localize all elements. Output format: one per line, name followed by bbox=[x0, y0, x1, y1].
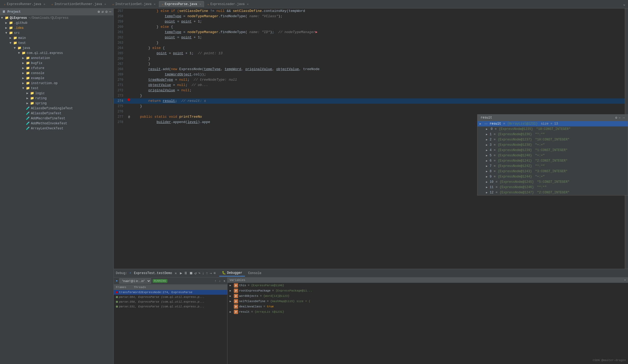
popup-expand-5[interactable]: ▶ bbox=[486, 154, 489, 157]
expand-github[interactable]: ▶ bbox=[5, 21, 9, 25]
tab-close-el[interactable]: ✕ bbox=[247, 3, 249, 6]
debug-tab-debugger[interactable]: 🐛 Debugger bbox=[219, 270, 245, 276]
debug-step-into-icon[interactable]: ↓ bbox=[202, 271, 204, 275]
expand-rating[interactable]: ▶ bbox=[26, 96, 30, 100]
var-expand-root[interactable]: ▶ bbox=[230, 289, 233, 292]
expand-bugfix[interactable]: ▶ bbox=[22, 61, 26, 65]
variables-add-icon[interactable]: + bbox=[624, 279, 626, 282]
popup-item-result[interactable]: ▶ ○○ result = {ArrayList@1231} size = 13 bbox=[477, 121, 628, 126]
thread-down-icon[interactable]: ↓ bbox=[219, 279, 221, 283]
popup-item-11[interactable]: ▶ 11 = {ExpressNode@1246} "*:*" bbox=[477, 185, 628, 190]
popup-expand-4[interactable]: ▶ bbox=[486, 149, 489, 152]
tab-instruction-set-runner[interactable]: ☕ InstructionSetRunner.java ✕ bbox=[49, 1, 109, 7]
tree-item-github[interactable]: ▶ 📁 .github bbox=[0, 20, 113, 25]
tree-item-logic[interactable]: ▶ 📁 logic bbox=[0, 91, 113, 96]
tree-item-cfuture[interactable]: ▶ 📁 cfuture bbox=[0, 66, 113, 71]
expand-example[interactable]: ▶ bbox=[22, 76, 26, 80]
expand-test[interactable]: ▼ bbox=[10, 41, 13, 45]
gear-icon[interactable]: ⚙ bbox=[105, 10, 107, 14]
expand-test2[interactable]: ▼ bbox=[22, 87, 26, 90]
debug-rerun-icon[interactable]: ↺ bbox=[194, 271, 197, 275]
minimize-icon[interactable]: — bbox=[109, 10, 111, 14]
popup-item-5[interactable]: ▶ 5 = {ExpressNode@1240} "+:+" bbox=[477, 153, 628, 158]
frame-item-1[interactable]: transferWord2ExpressNode:274, ExpressPar… bbox=[114, 290, 227, 295]
var-expand-result[interactable]: ▶ bbox=[230, 310, 233, 313]
tab-express-loader[interactable]: ☕ ExpressLoader.java ✕ bbox=[204, 1, 252, 7]
popup-expand-10[interactable]: ▶ bbox=[486, 180, 489, 184]
tab-close-ep[interactable]: ✕ bbox=[199, 3, 201, 6]
tab-close-express-runner[interactable]: ✕ bbox=[44, 3, 45, 6]
var-item-selfClassDefine[interactable]: ▶ p selfClassDefine = {HashMap@1115} siz… bbox=[227, 299, 628, 304]
popup-item-10[interactable]: ▶ 10 = {ExpressNode@1245} "5:CONST_INTEG… bbox=[477, 179, 628, 185]
var-expand-words[interactable]: ▶ bbox=[230, 294, 233, 298]
tree-item-AClassDefineSingleTest[interactable]: ▶ 🧪 AClassDefineSingleTest bbox=[0, 106, 113, 111]
tree-item-idea[interactable]: ▶ 📁 .idea bbox=[0, 25, 113, 30]
popup-expand-8[interactable]: ▶ bbox=[486, 170, 489, 173]
expand-com[interactable]: ▼ bbox=[18, 51, 22, 55]
popup-item-1[interactable]: ▶ 1 = {ExpressNode@1236} "*:*" bbox=[477, 132, 628, 137]
tab-instruction-set[interactable]: ☕ InstructionSet.java ✕ bbox=[110, 1, 158, 7]
var-item-dealJavaClass[interactable]: ▶ p dealJavaClass = true bbox=[227, 304, 628, 309]
tree-item-test2[interactable]: ▼ 📁 test bbox=[0, 86, 113, 91]
popup-item-8[interactable]: ▶ 8 = {ExpressNode@1243} "3:CONST_INTEGE… bbox=[477, 169, 628, 174]
tree-item-spring[interactable]: ▶ 📁 spring bbox=[0, 101, 113, 106]
var-item-this[interactable]: ▶ p this = {ExpressParse@1106} bbox=[227, 283, 628, 288]
frame-item-2[interactable]: parse:364, ExpressParse (com.ql.util.exp… bbox=[114, 295, 227, 299]
tab-express-runner[interactable]: ☕ ExpressRunner.java ✕ bbox=[1, 1, 48, 7]
var-expand-self[interactable]: ▶ bbox=[230, 300, 233, 303]
popup-expand-9[interactable]: ▶ bbox=[486, 175, 489, 178]
equalizer-icon[interactable]: ⇌ bbox=[102, 10, 104, 14]
tree-item-rating[interactable]: ▶ 📁 rating bbox=[0, 96, 113, 101]
expand-main[interactable]: ▶ bbox=[10, 36, 13, 40]
tree-item-bugfix[interactable]: ▶ 📁 bugfix bbox=[0, 61, 113, 66]
debug-run-cursor-icon[interactable]: ⇢ bbox=[210, 271, 212, 275]
popup-expand-0[interactable]: ▶ bbox=[486, 128, 489, 131]
tab-close-is[interactable]: ✕ bbox=[154, 3, 156, 6]
debug-step-out-icon[interactable]: ↑ bbox=[206, 271, 208, 275]
var-item-root[interactable]: ▶ p rootExpressPackage = {ExpressPackage… bbox=[227, 288, 628, 293]
popup-expand-6[interactable]: ▶ bbox=[486, 159, 489, 162]
popup-item-9[interactable]: ▶ 9 = {ExpressNode@1244} "+:+" bbox=[477, 174, 628, 179]
popup-item-6[interactable]: ▶ 6 = {ExpressNode@1241} "2:CONST_INTEGE… bbox=[477, 158, 628, 163]
code-container[interactable]: 257 } else if (setClassDefine != null &&… bbox=[114, 8, 628, 269]
expand-cfuture[interactable]: ▶ bbox=[22, 66, 26, 70]
tab-express-parse[interactable]: ☕ ExpressParse.java ✕ bbox=[159, 1, 204, 7]
popup-item-3[interactable]: ▶ 3 = {ExpressNode@1238} "+:+" bbox=[477, 142, 628, 148]
tree-item-src[interactable]: ▼ 📁 src bbox=[0, 30, 113, 35]
popup-expand-3[interactable]: ▶ bbox=[486, 143, 489, 147]
expand-console[interactable]: ▶ bbox=[22, 71, 26, 75]
popup-item-0[interactable]: ▶ 0 = {ExpressNode@1235} "10:CONST_INTEG… bbox=[477, 126, 628, 132]
var-item-result[interactable]: ▶ p result = {ArrayLis t@1231} bbox=[227, 309, 628, 315]
tree-item-annotation[interactable]: ▶ 📁 annotation bbox=[0, 56, 113, 61]
thread-filter-icon[interactable]: ⚗ bbox=[223, 279, 225, 283]
thread-select[interactable]: "main"@1 in ...in" bbox=[119, 278, 151, 284]
popup-expand-1[interactable]: ▶ bbox=[486, 133, 489, 136]
frame-item-3[interactable]: parse:358, ExpressParse (com.ql.util.exp… bbox=[114, 299, 227, 304]
frame-item-4[interactable]: parse:331, ExpressParse (com.ql.util.exp… bbox=[114, 304, 227, 309]
tree-item-example[interactable]: ▶ 📁 example bbox=[0, 76, 113, 81]
add-icon[interactable]: ⊕ bbox=[98, 10, 100, 14]
tab-close-isr[interactable]: ✕ bbox=[104, 3, 106, 6]
debug-evaluate-icon[interactable]: ≡ bbox=[213, 271, 216, 275]
expand-annotation[interactable]: ▶ bbox=[22, 56, 26, 60]
debug-resume-icon[interactable]: ▶ bbox=[180, 271, 182, 275]
expand-java[interactable]: ▼ bbox=[14, 46, 17, 50]
expand-logic[interactable]: ▶ bbox=[26, 91, 30, 95]
popup-expand-11[interactable]: ▶ bbox=[486, 186, 489, 189]
popup-item-4[interactable]: ▶ 4 = {ExpressNode@1239} "1:CONST_INTEGE… bbox=[477, 148, 628, 153]
popup-expand-7[interactable]: ▶ bbox=[486, 165, 489, 168]
tree-item-test[interactable]: ▼ 📁 test bbox=[0, 40, 113, 46]
debug-stop-icon[interactable]: ⏹ bbox=[189, 271, 193, 275]
popup-back-icon[interactable]: ← bbox=[619, 116, 621, 120]
expand-instruction-op[interactable]: ▶ bbox=[22, 81, 26, 85]
tree-item-instruction-op[interactable]: ▶ 📁 instruction.op bbox=[0, 81, 113, 86]
popup-settings-icon[interactable]: ⚙ bbox=[615, 116, 617, 120]
tree-item-com[interactable]: ▼ 📁 com.ql.util.express bbox=[0, 51, 113, 56]
popup-expand-12[interactable]: ▶ bbox=[486, 191, 489, 194]
tree-item-AddMethodInvokeTest[interactable]: ▶ 🧪 AddMethodInvokeTest bbox=[0, 121, 113, 126]
tab-more-button[interactable]: ⌄ bbox=[622, 1, 627, 7]
expand-idea[interactable]: ▶ bbox=[5, 26, 9, 30]
expand-src[interactable]: ▼ bbox=[5, 31, 9, 35]
tree-item-AClassDefineTest[interactable]: ▶ 🧪 AClassDefineTest bbox=[0, 111, 113, 116]
debug-tab-console[interactable]: Console bbox=[245, 270, 264, 276]
